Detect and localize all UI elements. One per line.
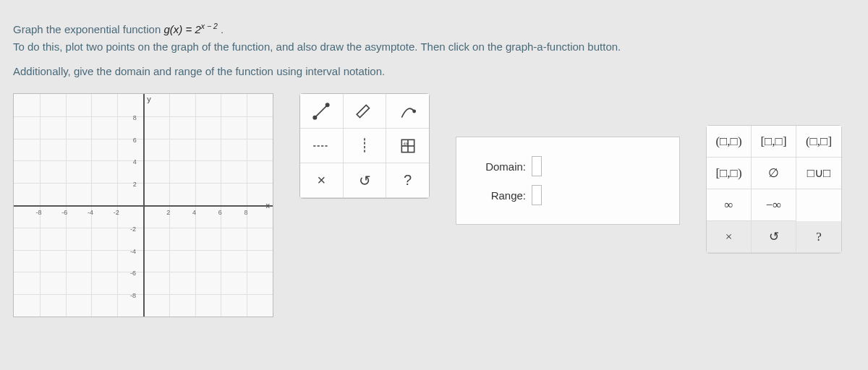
svg-point-3 <box>413 110 415 112</box>
pencil-tool-button[interactable] <box>344 94 387 129</box>
h-asymptote-tool-button[interactable] <box>300 129 344 163</box>
y-tick: 4 <box>133 158 137 165</box>
x-tick: -4 <box>88 209 93 216</box>
empty-set-button[interactable]: ∅ <box>752 158 796 189</box>
y-axis-label: y <box>147 95 151 103</box>
open-open-interval-button[interactable]: (□,□) <box>707 126 752 158</box>
fn-name: g <box>163 23 169 35</box>
graph-canvas[interactable]: y x 8 6 4 2 -2 -4 -6 -8 -8 -6 -4 -2 2 4 … <box>13 93 273 317</box>
infinity-button[interactable]: ∞ <box>707 189 752 221</box>
y-tick: -4 <box>130 248 136 255</box>
clear-button[interactable]: × <box>300 163 344 198</box>
closed-open-interval-button[interactable]: [□,□) <box>707 158 752 189</box>
function-expr: g(x) = 2x − 2 <box>163 23 221 35</box>
neg-infinity-button[interactable]: −∞ <box>752 189 796 221</box>
range-input[interactable] <box>532 185 542 205</box>
x-tick: 4 <box>192 209 196 216</box>
fn-var: (x) <box>170 23 183 35</box>
line-tool-button[interactable] <box>300 94 344 129</box>
domain-input[interactable] <box>532 156 542 176</box>
fn-exp: x − 2 <box>201 22 218 30</box>
palette-clear-button[interactable]: × <box>707 221 752 253</box>
instructions: Graph the exponential function g(x) = 2x… <box>13 20 855 80</box>
graph-function-button[interactable]: ±x <box>386 129 429 163</box>
y-tick: 8 <box>133 114 137 121</box>
x-tick: -6 <box>61 209 67 216</box>
y-tick: -8 <box>130 292 136 299</box>
domain-range-panel: Domain: Range: <box>456 137 680 225</box>
reset-button[interactable]: ↺ <box>344 163 387 198</box>
fn-eq: = 2 <box>182 23 200 35</box>
union-button[interactable]: □∪□ <box>796 158 841 189</box>
x-axis-label: x <box>266 201 271 210</box>
curve-tool-button[interactable] <box>386 94 429 129</box>
x-tick: 8 <box>244 209 248 216</box>
workarea: y x 8 6 4 2 -2 -4 -6 -8 -8 -6 -4 -2 2 4 … <box>13 93 855 317</box>
y-tick: 6 <box>133 137 137 144</box>
x-tick: -2 <box>114 209 119 216</box>
instruction-line-2: To do this, plot two points on the graph… <box>13 38 855 56</box>
x-tick: 6 <box>218 209 222 216</box>
v-asymptote-tool-button[interactable] <box>344 129 387 163</box>
x-tick: -8 <box>35 209 41 216</box>
instruction-line-3: Additionally, give the domain and range … <box>13 63 855 80</box>
y-tick: -6 <box>130 270 136 277</box>
closed-closed-interval-button[interactable]: [□,□] <box>752 126 796 158</box>
x-axis <box>14 205 273 207</box>
svg-point-1 <box>313 116 316 119</box>
graph-toolbox: ±x × ↺ ? <box>299 93 430 199</box>
open-closed-interval-button[interactable]: (□,□] <box>796 126 841 158</box>
instr-post: . <box>221 23 224 35</box>
range-label: Range: <box>471 189 526 202</box>
domain-label: Domain: <box>471 160 526 173</box>
palette-reset-button[interactable]: ↺ <box>752 221 796 253</box>
help-button[interactable]: ? <box>386 163 429 198</box>
y-tick: -2 <box>130 225 136 233</box>
svg-text:±x: ±x <box>403 140 409 145</box>
instruction-line-1: Graph the exponential function g(x) = 2x… <box>13 20 855 38</box>
interval-palette: (□,□) [□,□] (□,□] [□,□) ∅ □∪□ ∞ −∞ × ↺ ? <box>706 125 842 254</box>
instr-pre: Graph the exponential function <box>13 23 163 35</box>
x-tick: 2 <box>166 209 170 216</box>
svg-line-0 <box>315 105 328 117</box>
y-tick: 2 <box>133 181 137 188</box>
svg-point-2 <box>326 103 329 106</box>
palette-help-button[interactable]: ? <box>796 221 841 253</box>
